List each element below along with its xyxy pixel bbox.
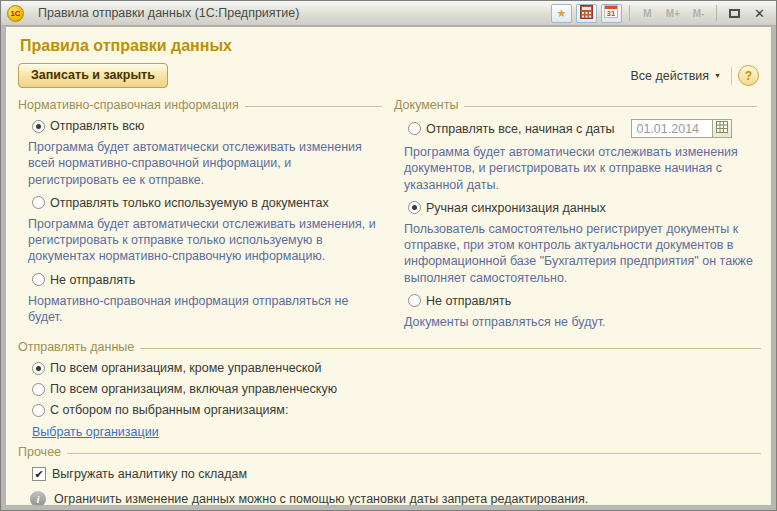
send-data-group-header: Отправлять данные: [18, 340, 761, 354]
radio-icon[interactable]: [32, 120, 45, 133]
titlebar: 1С Правила отправки данных (1С:Предприят…: [1, 1, 776, 26]
select-organizations-link[interactable]: Выбрать организации: [32, 425, 159, 439]
option-description: Программа будет автоматически отслеживат…: [18, 216, 382, 265]
other-group-title: Прочее: [18, 445, 61, 459]
command-bar: Записать и закрыть Все действия ▼ ?: [18, 63, 759, 88]
titlebar-separator: [629, 5, 630, 21]
date-picker-button[interactable]: [713, 119, 732, 138]
date-field-group: [631, 119, 732, 138]
documents-group-title: Документы: [394, 98, 458, 112]
app-window: 1С Правила отправки данных (1С:Предприят…: [0, 0, 777, 511]
send-data-option-all-except-mgmt[interactable]: По всем организациям, кроме управленческ…: [18, 361, 761, 375]
nsi-group-title: Нормативно-справочная информация: [18, 98, 239, 112]
send-data-option-selected-orgs[interactable]: С отбором по выбранным организациям:: [18, 403, 761, 417]
calculator-button[interactable]: [576, 4, 597, 23]
section-documents: Документы Отправлять все, начиная с даты: [394, 96, 761, 338]
all-actions-button[interactable]: Все действия ▼: [626, 67, 725, 85]
calculator-icon: [580, 5, 593, 22]
chevron-down-icon: ▼: [714, 72, 721, 79]
checkbox-icon[interactable]: ✔: [32, 467, 46, 481]
favorites-button[interactable]: ★: [551, 4, 572, 23]
radio-label[interactable]: Не отправлять: [426, 294, 511, 308]
radio-label[interactable]: По всем организациям, включая управленче…: [50, 382, 337, 396]
option-description: Программа будет автоматически отслеживат…: [18, 139, 382, 188]
maximize-icon: [729, 9, 740, 18]
all-actions-label: Все действия: [630, 69, 709, 83]
documents-option-manual-sync[interactable]: Ручная синхронизация данных: [394, 201, 757, 215]
radio-icon[interactable]: [408, 201, 421, 214]
option-description: Документы отправляться не будут.: [394, 314, 757, 330]
radio-label[interactable]: Ручная синхронизация данных: [426, 201, 606, 215]
top-columns: Нормативно-справочная информация Отправл…: [18, 96, 761, 338]
radio-label[interactable]: Отправлять все, начиная с даты: [426, 122, 614, 136]
send-data-group-title: Отправлять данные: [18, 340, 134, 354]
documents-option-dont-send[interactable]: Не отправлять: [394, 294, 757, 308]
page-title: Правила отправки данных: [20, 37, 761, 55]
group-line: [140, 348, 761, 350]
group-line: [464, 106, 757, 108]
calendar-icon: 31: [604, 4, 618, 22]
save-close-button[interactable]: Записать и закрыть: [18, 63, 168, 88]
close-icon: ✕: [754, 7, 765, 20]
radio-label[interactable]: Отправлять всю: [50, 119, 144, 133]
radio-icon[interactable]: [32, 196, 45, 209]
maximize-button[interactable]: [724, 4, 745, 23]
checkbox-label[interactable]: Выгружать аналитику по складам: [52, 467, 247, 481]
help-button[interactable]: ?: [738, 65, 759, 86]
info-row: i Ограничить изменение данных можно с по…: [18, 491, 761, 506]
info-text: Ограничить изменение данных можно с помо…: [54, 492, 588, 506]
radio-icon[interactable]: [32, 383, 45, 396]
check-icon: ✔: [34, 469, 43, 480]
radio-label[interactable]: Не отправлять: [50, 273, 135, 287]
start-date-input[interactable]: [631, 119, 713, 138]
section-other: Прочее ✔ Выгружать аналитику по складам …: [18, 445, 761, 506]
option-description: Пользователь самостоятельно регистрирует…: [394, 221, 757, 286]
nsi-option-send-used[interactable]: Отправлять только используемую в докумен…: [18, 196, 382, 210]
svg-text:31: 31: [607, 9, 615, 18]
star-icon: ★: [556, 8, 566, 19]
option-description: Нормативно-справочная информация отправл…: [18, 293, 382, 326]
documents-group-header: Документы: [394, 98, 757, 112]
1c-app-icon: 1С: [7, 5, 24, 22]
memory-m-plus-button[interactable]: М+: [662, 4, 684, 23]
option-description: Программа будет автоматически отслеживат…: [394, 144, 757, 193]
command-bar-separator: [731, 67, 732, 85]
radio-label[interactable]: С отбором по выбранным организациям:: [50, 403, 288, 417]
radio-icon[interactable]: [32, 404, 45, 417]
nsi-option-send-all[interactable]: Отправлять всю: [18, 119, 382, 133]
nsi-option-dont-send[interactable]: Не отправлять: [18, 273, 382, 287]
send-data-option-all-incl-mgmt[interactable]: По всем организациям, включая управленче…: [18, 382, 761, 396]
window-title: Правила отправки данных (1С:Предприятие): [38, 6, 547, 20]
memory-m-minus-button[interactable]: М-: [688, 4, 709, 23]
section-send-data: Отправлять данные По всем организациям, …: [18, 340, 761, 439]
export-warehouse-analytics-checkbox[interactable]: ✔ Выгружать аналитику по складам: [18, 467, 761, 481]
calendar-button[interactable]: 31: [601, 4, 622, 23]
radio-icon[interactable]: [408, 294, 421, 307]
form-content: Правила отправки данных Записать и закры…: [5, 26, 772, 506]
section-nsi: Нормативно-справочная информация Отправл…: [18, 96, 382, 338]
other-group-header: Прочее: [18, 445, 761, 459]
group-line: [67, 453, 761, 455]
documents-option-send-from-date[interactable]: Отправлять все, начиная с даты: [394, 119, 757, 138]
calendar-grid-icon: [716, 121, 728, 136]
group-line: [245, 106, 382, 108]
radio-icon[interactable]: [32, 362, 45, 375]
radio-label[interactable]: По всем организациям, кроме управленческ…: [50, 361, 321, 375]
info-icon: i: [30, 491, 46, 506]
radio-icon[interactable]: [408, 122, 421, 135]
radio-label[interactable]: Отправлять только используемую в докумен…: [50, 196, 329, 210]
titlebar-separator: [716, 5, 717, 21]
close-button[interactable]: ✕: [749, 4, 770, 23]
memory-m-button[interactable]: М: [637, 4, 658, 23]
question-icon: ?: [745, 69, 752, 83]
radio-icon[interactable]: [32, 273, 45, 286]
nsi-group-header: Нормативно-справочная информация: [18, 98, 382, 112]
